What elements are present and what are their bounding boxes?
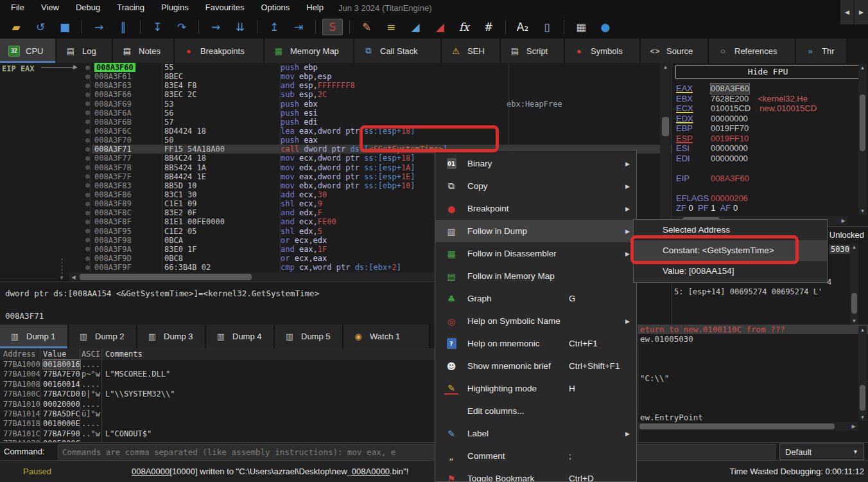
scroll-down-icon[interactable]: ▼ bbox=[858, 207, 867, 215]
tab-log[interactable]: ▤Log bbox=[56, 39, 113, 63]
breakpoint-dot-icon[interactable] bbox=[85, 193, 90, 197]
breakpoint-gutter[interactable] bbox=[83, 127, 92, 136]
menu-options[interactable]: Options bbox=[252, 0, 298, 15]
scroll-thumb[interactable] bbox=[662, 117, 669, 136]
stack-row[interactable]: "C:\\" bbox=[638, 373, 868, 383]
menu-item-follow-in-disassembler[interactable]: ▦Follow in Disassembler▶ bbox=[435, 242, 636, 265]
breakpoint-gutter[interactable] bbox=[83, 109, 92, 118]
breakpoint-dot-icon[interactable] bbox=[85, 147, 90, 152]
script-icon[interactable]: S bbox=[322, 19, 343, 35]
submenu-item[interactable]: Value: [008AA154] bbox=[634, 261, 827, 281]
scroll-down-icon[interactable]: ▼ bbox=[850, 317, 858, 325]
dump-tab-dump-3[interactable]: ▥Dump 3 bbox=[137, 325, 206, 348]
tab-seh[interactable]: ⚠SEH bbox=[442, 39, 501, 63]
fan-blue-icon[interactable]: ◢ bbox=[405, 19, 426, 35]
tab-memory-map[interactable]: ▦Memory Map bbox=[265, 39, 354, 63]
tab-cpu[interactable]: 32CPU bbox=[0, 39, 56, 63]
register-row[interactable]: EBP0019FF70 bbox=[676, 123, 866, 134]
scroll-up-icon[interactable]: ▲ bbox=[660, 63, 671, 71]
dump-col-header[interactable]: Address bbox=[0, 348, 40, 360]
run-to-user-code-icon[interactable]: ⇥ bbox=[288, 19, 309, 35]
disasm-address[interactable]: 008A3F69 bbox=[92, 100, 162, 109]
breakpoint-gutter[interactable] bbox=[83, 263, 92, 272]
execute-till-return-icon[interactable]: ↥ bbox=[264, 19, 284, 35]
disasm-address[interactable]: 008A3F66 bbox=[92, 90, 162, 99]
menu-item-follow-in-dump[interactable]: ▥Follow in Dump▶ bbox=[435, 220, 636, 242]
stack-hscrollbar[interactable]: ▶ bbox=[638, 422, 858, 431]
menu-item-comment[interactable]: „Comment; bbox=[435, 445, 636, 467]
disasm-row[interactable]: 008A3F6683EC 2Csub esp,2C bbox=[0, 90, 672, 99]
disasm-address[interactable]: 008A3F83 bbox=[92, 181, 162, 190]
breakpoint-gutter[interactable] bbox=[83, 245, 92, 254]
register-row[interactable]: ESP0019FF10 bbox=[676, 134, 866, 144]
scroll-thumb[interactable] bbox=[851, 293, 857, 314]
dump-tab-dump-1[interactable]: ▥Dump 1 bbox=[0, 325, 69, 348]
disasm-address[interactable]: 008A3F77 bbox=[92, 154, 162, 163]
register-row[interactable] bbox=[676, 183, 866, 193]
menu-file[interactable]: File bbox=[3, 0, 33, 15]
breakpoint-dot-icon[interactable] bbox=[85, 256, 90, 261]
disasm-address[interactable]: 008A3F60 bbox=[92, 63, 162, 72]
disasm-address[interactable]: 008A3F9A bbox=[92, 245, 162, 254]
disasm-address[interactable]: 008A3F6B bbox=[92, 118, 162, 127]
breakpoint-gutter[interactable] bbox=[83, 145, 92, 154]
stack-row[interactable] bbox=[638, 354, 868, 364]
dump-tab-watch-1[interactable]: ◉Watch 1 bbox=[343, 325, 430, 348]
tab-script[interactable]: ▤Script bbox=[501, 39, 565, 63]
register-row[interactable]: EIP008A3F60 bbox=[676, 174, 866, 184]
disasm-address[interactable]: 008A3F61 bbox=[92, 72, 162, 81]
disasm-address[interactable]: 008A3F63 bbox=[92, 81, 162, 90]
notify-icon[interactable]: ▯ bbox=[537, 19, 557, 35]
breakpoint-dot-icon[interactable] bbox=[85, 229, 90, 233]
menu-item-highlighting-mode[interactable]: ✎Highlighting modeH bbox=[435, 377, 636, 400]
scroll-right-icon[interactable]: ▶ bbox=[839, 216, 847, 225]
submenu-item[interactable]: Selected Address bbox=[634, 220, 827, 240]
breakpoint-gutter[interactable] bbox=[83, 136, 92, 145]
compare-icon[interactable]: ≡ bbox=[381, 19, 401, 35]
breakpoint-dot-icon[interactable] bbox=[85, 93, 90, 97]
disasm-row[interactable]: 008A3F618BECmov ebp,esp bbox=[0, 72, 672, 81]
stack-row[interactable]: ew.01005030 bbox=[638, 334, 868, 344]
disasm-row[interactable]: 008A3F6383E4 F8and esp,FFFFFFF8 bbox=[0, 81, 672, 90]
tab-references[interactable]: ○References bbox=[709, 39, 796, 63]
register-row[interactable]: EDX00000000 bbox=[676, 114, 866, 124]
register-row[interactable]: EFLAGS00000206 bbox=[676, 193, 866, 204]
fan-red-icon[interactable]: ◢ bbox=[430, 19, 450, 35]
disasm-address[interactable]: 008A3F7F bbox=[92, 172, 162, 181]
breakpoint-gutter[interactable] bbox=[83, 236, 92, 245]
breakpoint-gutter[interactable] bbox=[83, 217, 92, 226]
patch-icon[interactable]: ✎ bbox=[356, 19, 377, 35]
breakpoint-dot-icon[interactable] bbox=[85, 183, 90, 188]
register-row[interactable]: EBX7628E200<kernel32.He bbox=[676, 94, 866, 104]
scroll-up-icon[interactable]: ▲ bbox=[858, 326, 867, 334]
profile-dropdown[interactable]: Default ▼ bbox=[779, 443, 864, 460]
breakpoint-dot-icon[interactable] bbox=[85, 165, 90, 170]
disasm-address[interactable]: 008A3F9D bbox=[92, 254, 162, 263]
open-file-icon[interactable]: ▰ bbox=[6, 19, 26, 35]
breakpoint-dot-icon[interactable] bbox=[85, 84, 90, 88]
address-link[interactable]: 008A0000 bbox=[132, 467, 169, 476]
restart-icon[interactable]: ↺ bbox=[30, 19, 51, 35]
dump-tab-dump-5[interactable]: ▥Dump 5 bbox=[275, 325, 343, 348]
internet-icon[interactable]: ● bbox=[595, 19, 616, 35]
tab-source[interactable]: <>Source bbox=[641, 39, 709, 63]
breakpoint-dot-icon[interactable] bbox=[85, 265, 90, 270]
disasm-address[interactable]: 008A3F86 bbox=[92, 190, 162, 199]
menu-item-toggle-bookmark[interactable]: ⚑Toggle BookmarkCtrl+D bbox=[435, 467, 636, 482]
dump-col-header[interactable]: ASCI bbox=[80, 348, 101, 360]
breakpoint-dot-icon[interactable] bbox=[85, 238, 90, 242]
menu-debug[interactable]: Debug bbox=[67, 0, 108, 15]
menu-item-breakpoint[interactable]: ●Breakpoint▶ bbox=[435, 197, 636, 220]
breakpoint-gutter[interactable] bbox=[83, 118, 92, 127]
breakpoint-dot-icon[interactable] bbox=[85, 66, 90, 70]
scroll-thumb[interactable] bbox=[639, 424, 835, 429]
tab-scroll-left-button[interactable]: ◀ bbox=[840, 0, 854, 24]
calculator-icon[interactable]: ▦ bbox=[571, 19, 591, 35]
disasm-address[interactable]: 008A3F71 bbox=[92, 145, 162, 154]
menu-item-edit-columns[interactable]: Edit columns... bbox=[435, 400, 636, 422]
breakpoint-dot-icon[interactable] bbox=[85, 111, 90, 115]
stack-row[interactable] bbox=[638, 393, 868, 402]
disasm-row[interactable]: 008A3F6953push ebxebx:HeapFree bbox=[0, 100, 672, 109]
scroll-up-icon[interactable]: ▲ bbox=[858, 64, 867, 71]
disasm-row[interactable]: 008A3F6B57push edi bbox=[0, 118, 672, 127]
